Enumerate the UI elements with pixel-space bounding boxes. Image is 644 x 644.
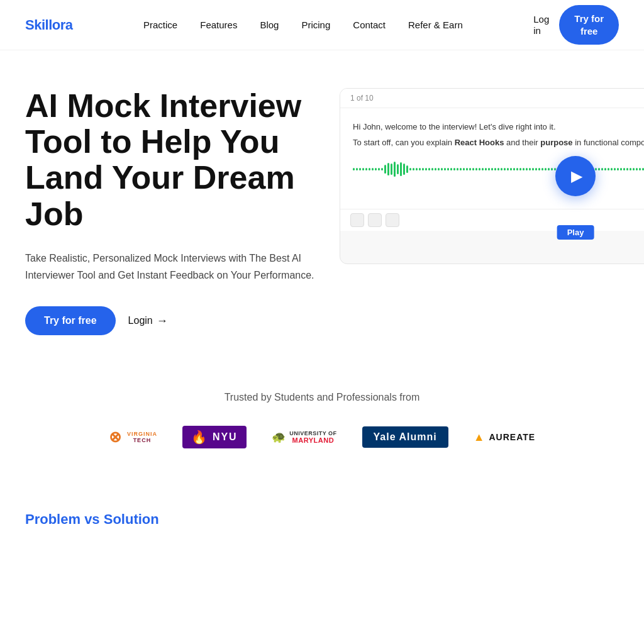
trusted-title: Trusted by Students and Professionals fr… — [25, 392, 619, 403]
yale-text: Yale Alumni — [374, 431, 437, 443]
audio-waveform — [353, 160, 644, 179]
purpose-highlight: purpose — [540, 138, 572, 147]
video-bottom-bar: Exit — [340, 209, 644, 231]
nav-contact[interactable]: Contact — [353, 19, 386, 30]
play-label: Play — [557, 225, 594, 240]
logo-yale: Yale Alumni — [362, 426, 448, 448]
trusted-section: Trusted by Students and Professionals fr… — [0, 360, 644, 474]
react-hooks-highlight: React Hooks — [455, 138, 504, 147]
control-btn-1[interactable] — [350, 213, 364, 227]
hero-section: AI Mock Interview Tool to Help You Land … — [0, 50, 644, 360]
logo-maryland: 🐢 UNIVERSITY OF MARYLAND — [272, 430, 337, 444]
nyu-flame-icon: 🔥 — [191, 430, 208, 445]
nav-pricing[interactable]: Pricing — [301, 19, 330, 30]
nav-practice[interactable]: Practice — [143, 19, 177, 30]
hero-description: Take Realistic, Personalized Mock Interv… — [25, 250, 314, 284]
hero-login-button[interactable]: Login → — [128, 314, 168, 328]
hero-login-label: Login — [128, 315, 153, 326]
interview-text-2: To start off, can you explain React Hook… — [353, 136, 644, 150]
logo-virginia-tech: ⊗ VIRGINIA TECH — [109, 428, 157, 446]
nyu-text: NYU — [213, 431, 238, 443]
login-line2: in — [533, 25, 549, 36]
maryland-seal-icon: 🐢 — [272, 430, 286, 444]
aureate-icon: ▲ — [474, 431, 486, 444]
brand-logo[interactable]: Skillora — [25, 17, 72, 33]
nav-links: Practice Features Blog Pricing Contact R… — [143, 19, 463, 30]
hero-actions: Try for free Login → — [25, 306, 314, 335]
video-content: Hi John, welcome to the interview! Let's… — [340, 108, 644, 209]
login-line1: Log — [533, 14, 549, 25]
nav-features[interactable]: Features — [200, 19, 237, 30]
nav-refer-earn[interactable]: Refer & Earn — [408, 19, 463, 30]
play-icon: ▶ — [571, 167, 582, 185]
video-play-button[interactable]: ▶ — [555, 156, 596, 196]
hero-try-button[interactable]: Try for free — [25, 306, 116, 335]
arrow-icon: → — [157, 314, 168, 328]
aureate-text: AUREATE — [489, 432, 535, 442]
logo-nyu: 🔥 NYU — [182, 426, 247, 448]
problem-section: Problem vs Solution — [0, 474, 644, 540]
control-btn-3[interactable] — [386, 213, 399, 227]
nav-try-button[interactable]: Try forfree — [559, 5, 619, 45]
logo-aureate: ▲ AUREATE — [474, 431, 535, 444]
nav-right: Log in Try forfree — [533, 5, 619, 45]
video-panel: ⤢ 1 of 10 Hi John, welcome to the interv… — [340, 88, 644, 264]
nav-blog[interactable]: Blog — [260, 19, 279, 30]
video-controls — [350, 213, 399, 227]
control-btn-2[interactable] — [368, 213, 382, 227]
problem-title: Problem vs Solution — [25, 511, 619, 528]
logos-container: ⊗ VIRGINIA TECH 🔥 NYU 🐢 UNIVERSITY OF MA… — [25, 426, 619, 448]
video-counter: 1 of 10 — [350, 94, 374, 103]
hero-title: AI Mock Interview Tool to Help You Land … — [25, 88, 314, 232]
navbar: Skillora Practice Features Blog Pricing … — [0, 0, 644, 50]
video-top-bar: 1 of 10 — [340, 89, 644, 108]
hero-right: ⤢ 1 of 10 Hi John, welcome to the interv… — [340, 88, 644, 264]
bottom-spacer — [0, 540, 644, 644]
interview-text-1: Hi John, welcome to the interview! Let's… — [353, 121, 644, 134]
hero-left: AI Mock Interview Tool to Help You Land … — [25, 88, 314, 335]
nav-login-button[interactable]: Log in — [533, 14, 549, 36]
vt-icon: ⊗ — [109, 428, 122, 446]
